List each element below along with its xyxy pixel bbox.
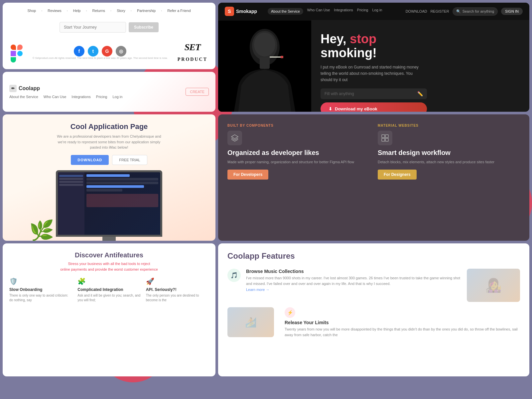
antifeatures-subtitle-text: Stress your business with all the bad to… — [60, 262, 158, 271]
music-icon: 🎵 — [227, 269, 241, 282]
set-product-brand: SET PRODUCT — [178, 42, 207, 63]
instagram-icon[interactable]: ◎ — [116, 46, 126, 57]
feature-limits-desc: Twenty years from now you will be more d… — [285, 327, 520, 337]
nav-who-can-use[interactable]: Who Can Use — [307, 8, 330, 15]
coolapp-nav-who[interactable]: Who Can Use — [44, 95, 66, 99]
card-features: Coolapp Features 🎵 Browse Music Collecti… — [218, 243, 529, 376]
smokapp-logo-icon: S — [225, 7, 234, 16]
antifeature-desc-0: There is only one way to avoid criticism… — [9, 293, 72, 303]
heading-stop: stop — [350, 32, 376, 46]
layers-icon — [227, 131, 242, 145]
antifeature-desc-2: The only person you are destined to beco… — [146, 293, 209, 303]
bottom-row: f t G ◎ © Setproduct.com All rights rese… — [11, 42, 207, 63]
nav-shop[interactable]: Shop — [27, 9, 36, 13]
antifeature-slow-onboarding: 🛡️ Slow Onboarding There is only one way… — [9, 277, 72, 303]
smokapp-download-link[interactable]: DOWNLOAD — [406, 9, 427, 13]
coolapp-nav-integrations[interactable]: Integrations — [71, 95, 90, 99]
coolapp-action-buttons: DOWNLOAD FREE TRIAL — [71, 155, 147, 165]
component-built-by: BUILT BY COMPONENTS Organized as develop… — [227, 124, 370, 231]
twitter-icon[interactable]: t — [88, 46, 98, 57]
component-heading-right: Smart design workflow — [378, 149, 520, 157]
setproduct-nav: Shop · Reviews · Help · Returns · Story … — [11, 9, 207, 13]
features-title: Coolapp Features — [227, 251, 520, 261]
coolapp-logo-icon: ✏ — [9, 85, 17, 92]
nav-partnership[interactable]: Partnership — [137, 9, 156, 13]
smokapp-sign-in-button[interactable]: SIGN IN — [501, 8, 523, 15]
nav-returns[interactable]: Returns — [92, 9, 105, 13]
svg-rect-7 — [382, 135, 385, 138]
nav-pricing[interactable]: Pricing — [357, 8, 368, 15]
feature-row-limits: 🏄 ⚡ Release Your Limits Twenty years fro… — [227, 307, 520, 337]
puzzle-icon: 🧩 — [77, 277, 140, 285]
music-image-placeholder: 👩‍🎤 — [467, 269, 520, 302]
smokapp-download-button[interactable]: ⬇ Download my eBook — [321, 102, 427, 112]
social-icons: f t G ◎ — [74, 46, 126, 57]
svg-rect-9 — [382, 138, 385, 141]
feature-music-content: Browse Music Collections I've missed mor… — [246, 269, 462, 292]
coolapp-nav-login[interactable]: Log in — [112, 95, 122, 99]
limits-icon: ⚡ — [285, 307, 295, 318]
feature-limits-name: Release Your Limits — [285, 320, 520, 325]
coolapp-nav-about[interactable]: About the Service — [9, 95, 38, 99]
figma-logo — [11, 45, 23, 61]
card-coolapp-main: Cool Application Page We are a professio… — [3, 114, 215, 241]
feature-limits-image: 🏄 — [227, 307, 274, 337]
smokapp-register-link[interactable]: REGISTER — [430, 9, 449, 13]
person-svg — [218, 20, 311, 112]
coolapp-create-button[interactable]: CREATE — [186, 88, 209, 96]
feature-row-music: 🎵 Browse Music Collections I've missed m… — [227, 269, 520, 302]
card-setproduct: Shop · Reviews · Help · Returns · Story … — [3, 3, 215, 69]
figma-dot-green — [11, 57, 16, 63]
mockup-main-area — [84, 172, 160, 235]
figma-dot-purple — [11, 51, 16, 56]
smokapp-input-field[interactable]: Fill with anything ✏️ — [321, 88, 427, 99]
coolapp-trial-button[interactable]: FREE TRIAL — [112, 155, 147, 165]
shield-icon: 🛡️ — [9, 277, 72, 285]
smokapp-nav-links: About the Service Who Can Use Integratio… — [268, 8, 382, 15]
antifeatures-subtitle: Stress your business with all the bad to… — [9, 261, 209, 272]
edit-icon: ✏️ — [417, 91, 423, 96]
nav-refer[interactable]: Refer a Friend — [167, 9, 191, 13]
nav-about-service[interactable]: About the Service — [268, 8, 303, 15]
download-icon: ⬇ — [329, 106, 332, 111]
antifeatures-list: 🛡️ Slow Onboarding There is only one way… — [9, 277, 209, 303]
component-desc-left: Made with proper naming, organization an… — [227, 159, 370, 165]
nav-story[interactable]: Story — [117, 9, 125, 13]
svg-point-3 — [254, 33, 275, 57]
figma-dot-red — [17, 45, 23, 50]
antifeature-desc-1: Ask and it will be given to you; search,… — [77, 293, 140, 303]
nav-integrations[interactable]: Integrations — [334, 8, 353, 15]
subscribe-button[interactable]: Subscribe — [129, 22, 159, 32]
nav-reviews[interactable]: Reviews — [48, 9, 62, 13]
mockup-sidebar — [58, 172, 84, 235]
svg-rect-5 — [270, 57, 281, 58]
nav-help[interactable]: Help — [73, 9, 81, 13]
smokapp-input-placeholder: Fill with anything — [325, 91, 354, 96]
google-icon[interactable]: G — [102, 46, 112, 57]
for-designers-button[interactable]: For Designers — [378, 170, 417, 180]
feature-music-name: Browse Music Collections — [246, 269, 462, 274]
for-developers-button[interactable]: For Developers — [227, 170, 268, 180]
plant-decoration: 🌿 — [29, 221, 54, 241]
heading-part2: smoking! — [321, 46, 377, 60]
coolapp-main-subtitle: We are a professional developers team fr… — [53, 134, 166, 150]
newsletter-input[interactable] — [60, 22, 126, 33]
svg-rect-10 — [385, 138, 388, 141]
search-placeholder: Search for anything — [463, 9, 494, 13]
feature-music-learn[interactable]: Learn more → — [246, 288, 269, 292]
feature-music-image: 👩‍🎤 — [467, 269, 520, 302]
newsletter-row: Subscribe — [11, 22, 207, 33]
smokapp-search[interactable]: 🔍 Search for anything — [453, 7, 498, 16]
desktop-mockup — [56, 170, 162, 241]
coolapp-nav-pricing[interactable]: Pricing — [96, 95, 107, 99]
coolapp-download-button[interactable]: DOWNLOAD — [71, 155, 109, 165]
feature-limits-content: ⚡ Release Your Limits Twenty years from … — [285, 307, 520, 337]
mockup-stand — [102, 237, 116, 241]
limits-image-placeholder: 🏄 — [227, 307, 274, 337]
antifeatures-title: Discover Antifeatures — [9, 251, 209, 259]
component-heading-left: Organized as developer likes — [227, 149, 370, 157]
card-antifeatures: Discover Antifeatures Stress your busine… — [3, 243, 215, 376]
mockup-screen — [58, 172, 160, 235]
facebook-icon[interactable]: f — [74, 46, 84, 57]
nav-log-in[interactable]: Log in — [372, 8, 382, 15]
